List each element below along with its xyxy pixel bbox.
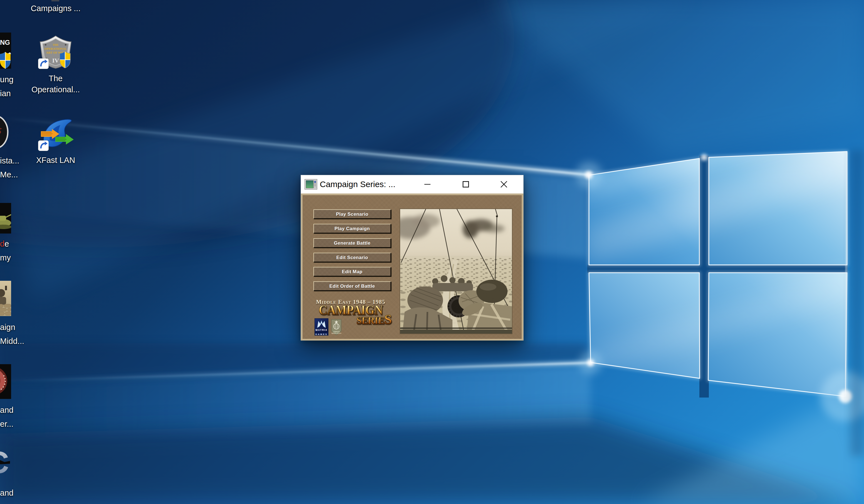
icon-label: and me	[0, 486, 33, 504]
minimize-icon	[424, 181, 431, 188]
icon-label: The Operational...	[20, 73, 92, 95]
titlebar[interactable]: Campaign Series: ...	[301, 175, 523, 193]
desktop-icon-xfast-lan[interactable]: XFast LAN	[39, 117, 111, 167]
campaign-series-legion-badge: CAMPAIGN SERIES LEGION	[331, 319, 342, 336]
maximize-icon	[462, 181, 469, 188]
desktop-icon-edge-tank[interactable]: de my	[0, 203, 11, 264]
c-letter-icon: C	[0, 447, 11, 477]
desktop-icon-edge-campaign-middle-east[interactable]: aign Midd...	[0, 281, 11, 345]
maximize-button[interactable]	[457, 175, 475, 193]
svg-text:THE: THE	[52, 43, 58, 46]
campaign-series-window: Campaign Series: ... Play Scenario Play …	[301, 175, 524, 340]
desktop-icon-edge-command[interactable]: C and me	[0, 447, 11, 504]
edit-order-of-battle-button[interactable]: Edit Order of Battle	[313, 281, 391, 291]
play-campaign-button[interactable]: Play Campaign	[313, 224, 391, 233]
war-photo	[400, 208, 513, 334]
icon-label: aign Midd...	[0, 320, 36, 348]
svg-text:NG: NG	[0, 39, 10, 46]
icon-label: de my	[0, 237, 33, 265]
logo-title-series: SERIES	[344, 314, 392, 326]
matrix-games-logo: MATRIX GAMES	[314, 318, 328, 336]
uac-shield-icon	[57, 51, 73, 68]
desktop-icon-edge-emblem[interactable]: ista... Me...	[0, 115, 11, 179]
close-icon	[500, 180, 508, 188]
generate-battle-button[interactable]: Generate Battle	[313, 238, 391, 248]
red-disc-icon	[0, 364, 11, 399]
svg-text:GAMES: GAMES	[315, 333, 327, 336]
app-icon	[304, 178, 317, 191]
desktop: { "wallpaper": { "base_dark": "#0b2950",…	[0, 0, 864, 504]
shortcut-arrow-icon	[38, 58, 49, 69]
edit-scenario-button[interactable]: Edit Scenario	[313, 253, 391, 262]
svg-text:SERIES LEGION: SERIES LEGION	[332, 333, 341, 334]
icon-label: and er...	[0, 403, 33, 431]
campaigns-icon-fragment	[51, 0, 59, 1]
svg-text:CAMPAIGN: CAMPAIGN	[333, 331, 339, 333]
oval-emblem-icon	[0, 115, 11, 149]
dialog-frame: Play Scenario Play Campaign Generate Bat…	[301, 193, 523, 340]
icon-label: ista... Me...	[0, 154, 33, 181]
icon-label: Campaigns ...	[20, 3, 92, 14]
desktop-icon-edge-ng[interactable]: NG ung ian	[0, 33, 11, 96]
close-button[interactable]	[495, 175, 513, 193]
svg-text:MATRIX: MATRIX	[316, 328, 327, 331]
shortcut-arrow-icon	[38, 140, 49, 151]
desktop-icon-edge-red-disc[interactable]: and er...	[0, 364, 11, 428]
svg-text:OPERATIONAL: OPERATIONAL	[44, 47, 67, 50]
sepia-photo-icon	[0, 281, 11, 316]
desktop-icon-campaigns[interactable]: Campaigns ...	[20, 0, 92, 17]
window-title: Campaign Series: ...	[320, 175, 395, 193]
edit-map-button[interactable]: Edit Map	[313, 267, 391, 276]
dialog-body: Play Scenario Play Campaign Generate Bat…	[302, 195, 522, 339]
play-scenario-button[interactable]: Play Scenario	[313, 209, 391, 219]
tank-game-icon	[0, 203, 11, 233]
uac-shield-icon	[0, 51, 11, 69]
minimize-button[interactable]	[419, 175, 436, 193]
icon-label: ung ian	[0, 73, 22, 100]
desktop-icon-operational-art-of-war[interactable]: THE OPERATIONAL ART OF WAR IV The Operat…	[38, 35, 110, 96]
